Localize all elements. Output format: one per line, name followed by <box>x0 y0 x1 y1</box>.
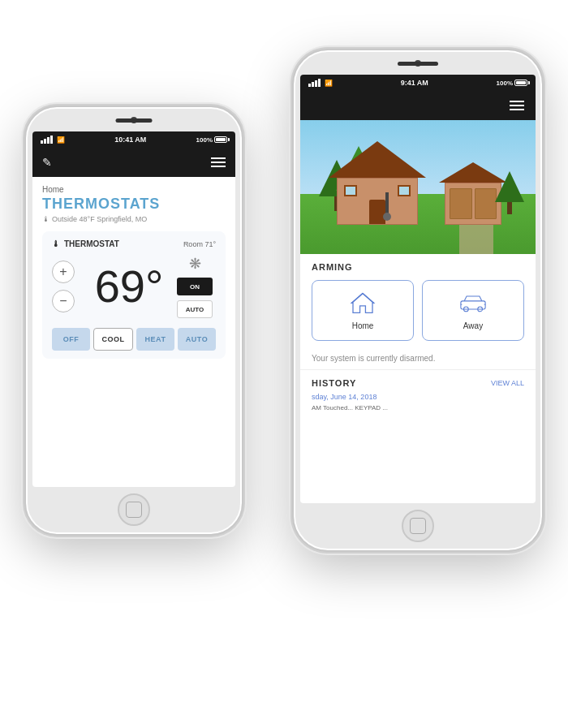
home-button-right[interactable] <box>402 510 434 542</box>
time-left: 10:41 AM <box>114 136 146 144</box>
signal-left: 📶 <box>41 136 65 144</box>
mode-cool-button[interactable]: COOL <box>93 328 133 351</box>
battery-icon-right <box>514 80 527 86</box>
fan-auto-button[interactable]: AUTO <box>177 300 213 318</box>
mode-auto-button[interactable]: AUTO <box>178 328 216 351</box>
right-phone-screen: 📶 9:41 AM 100% <box>300 75 536 503</box>
fan-controls: ❋ ON AUTO <box>177 255 213 318</box>
card-header: 🌡 THERMOSTAT Room 71° <box>52 239 216 248</box>
signal-right: 📶 <box>308 79 333 87</box>
thermo-controls: + − 69° ❋ ON AUTO <box>52 255 216 318</box>
time-right: 9:41 AM <box>401 79 428 87</box>
tree-right <box>495 171 524 214</box>
home-arm-icon <box>348 291 377 315</box>
thermometer-icon: 🌡 <box>42 215 49 223</box>
signal-bars <box>41 136 53 144</box>
room-temp: Room 71° <box>183 240 216 248</box>
mode-buttons: OFF COOL HEAT AUTO <box>52 328 216 351</box>
disarmed-status: Your system is currently disarmed. <box>300 347 536 369</box>
right-phone: 📶 9:41 AM 100% <box>292 49 544 552</box>
left-phone-screen: 📶 10:41 AM 100% ✎ Home <box>32 131 235 487</box>
fan-icon: ❋ <box>189 255 201 273</box>
right-nav <box>300 91 536 120</box>
fan-on-button[interactable]: ON <box>177 278 213 295</box>
mode-heat-button[interactable]: HEAT <box>136 328 174 351</box>
card-title: 🌡 THERMOSTAT <box>52 239 119 248</box>
history-header: HISTORY VIEW ALL <box>312 378 524 388</box>
hamburger-left[interactable] <box>211 157 226 167</box>
status-bar-right: 📶 9:41 AM 100% <box>300 75 536 91</box>
left-phone: 📶 10:41 AM 100% ✎ Home <box>24 106 243 536</box>
lawn-post <box>383 192 391 225</box>
history-item: AM Touched... KEYPAD ... <box>312 404 524 411</box>
hamburger-right[interactable] <box>510 101 524 110</box>
thermostat-icon: 🌡 <box>52 239 60 248</box>
wifi-icon-right: 📶 <box>325 80 333 87</box>
increase-temp-button[interactable]: + <box>52 261 75 283</box>
hero-image <box>300 120 536 254</box>
status-bar-left: 📶 10:41 AM 100% <box>32 131 235 148</box>
view-all-button[interactable]: VIEW ALL <box>491 379 524 387</box>
arm-away-label: Away <box>463 321 483 330</box>
arm-home-card[interactable]: Home <box>312 280 414 341</box>
temperature-display: 69° <box>95 264 164 309</box>
arming-title: ARMING <box>312 262 524 272</box>
thermo-nav: ✎ <box>32 148 235 177</box>
arming-section: ARMING Home <box>300 254 536 347</box>
arm-away-card[interactable]: Away <box>422 280 524 341</box>
left-phone-speaker <box>116 118 153 123</box>
breadcrumb: Home <box>42 185 226 194</box>
battery-icon-left <box>214 136 227 143</box>
battery-right: 100% <box>497 80 527 87</box>
edit-icon[interactable]: ✎ <box>42 156 52 169</box>
page-title: THERMOSTATS <box>42 196 226 213</box>
main-house <box>329 141 426 225</box>
mode-off-button[interactable]: OFF <box>52 328 90 351</box>
arming-cards: Home Away <box>312 280 524 341</box>
wifi-icon: 📶 <box>57 136 65 144</box>
history-section: HISTORY VIEW ALL sday, June 14, 2018 AM … <box>300 369 536 416</box>
battery-left: 100% <box>196 136 227 144</box>
thermo-content: Home THERMOSTATS 🌡 Outside 48°F Springfi… <box>32 177 235 367</box>
history-date: sday, June 14, 2018 <box>312 393 524 401</box>
location-info: 🌡 Outside 48°F Springfield, MO <box>42 215 226 223</box>
home-button-left[interactable] <box>118 493 150 526</box>
history-title: HISTORY <box>312 378 356 388</box>
driveway <box>459 225 493 254</box>
away-arm-icon <box>458 291 488 315</box>
thermostat-card: 🌡 THERMOSTAT Room 71° + − 69° ❋ <box>42 231 226 359</box>
right-phone-speaker <box>398 62 438 66</box>
arm-home-label: Home <box>352 321 374 330</box>
temp-buttons: + − <box>52 261 75 312</box>
decrease-temp-button[interactable]: − <box>52 290 75 312</box>
